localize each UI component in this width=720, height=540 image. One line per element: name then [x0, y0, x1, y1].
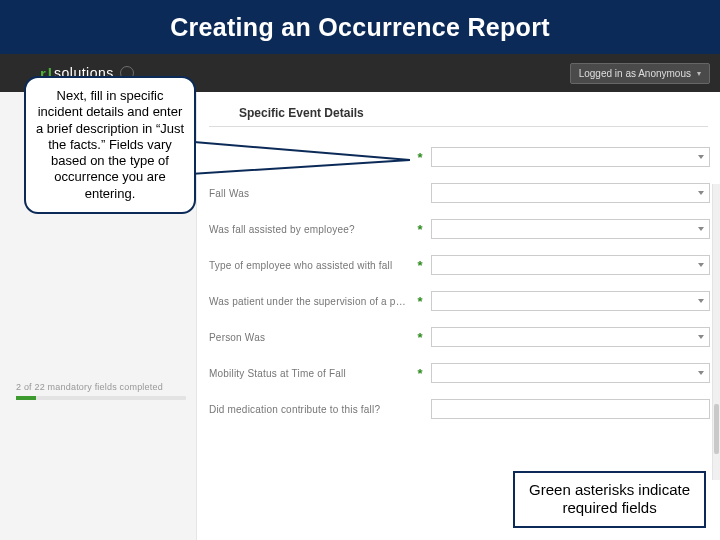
caption-box: Green asterisks indicate required fields — [513, 471, 706, 529]
required-asterisk: * — [415, 294, 425, 309]
caption-line-2: required fields — [529, 499, 690, 518]
field-label: Person Was — [209, 332, 409, 343]
slide: Creating an Occurrence Report r l soluti… — [0, 0, 720, 540]
progress-bar — [16, 396, 186, 400]
required-asterisk: * — [415, 366, 425, 381]
text-input[interactable] — [431, 399, 710, 419]
dropdown-input[interactable] — [431, 327, 710, 347]
mandatory-progress: 2 of 22 mandatory fields completed — [16, 382, 186, 400]
slide-title-bar: Creating an Occurrence Report — [0, 0, 720, 54]
field-label: Mobility Status at Time of Fall — [209, 368, 409, 379]
callout-text: Next, fill in specific incident details … — [36, 88, 184, 201]
svg-marker-0 — [170, 140, 410, 175]
required-asterisk: * — [415, 330, 425, 345]
scroll-thumb[interactable] — [714, 404, 719, 454]
divider — [209, 126, 708, 127]
dropdown-input[interactable] — [431, 147, 710, 167]
field-row: Person Was* — [209, 319, 720, 355]
vertical-scrollbar[interactable] — [712, 184, 720, 480]
login-text: Logged in as Anonymous — [579, 68, 691, 79]
dropdown-input[interactable] — [431, 219, 710, 239]
login-badge[interactable]: Logged in as Anonymous ▾ — [570, 63, 710, 84]
dropdown-input[interactable] — [431, 183, 710, 203]
field-row: Did medication contribute to this fall?* — [209, 391, 720, 427]
dropdown-input[interactable] — [431, 291, 710, 311]
instruction-callout: Next, fill in specific incident details … — [24, 76, 196, 214]
field-row: Was patient under the supervision of a p… — [209, 283, 720, 319]
dropdown-input[interactable] — [431, 363, 710, 383]
field-label: Type of employee who assisted with fall — [209, 260, 409, 271]
required-asterisk: * — [415, 222, 425, 237]
field-row: Was fall assisted by employee?* — [209, 211, 720, 247]
chevron-down-icon: ▾ — [697, 69, 701, 78]
dropdown-input[interactable] — [431, 255, 710, 275]
caption-line-1: Green asterisks indicate — [529, 481, 690, 500]
field-row: Mobility Status at Time of Fall* — [209, 355, 720, 391]
mandatory-text: 2 of 22 mandatory fields completed — [16, 382, 186, 392]
progress-fill — [16, 396, 36, 400]
field-label: Was fall assisted by employee? — [209, 224, 409, 235]
field-label: Did medication contribute to this fall? — [209, 404, 409, 415]
field-label: Was patient under the supervision of a p… — [209, 296, 409, 307]
field-row: Type of employee who assisted with fall* — [209, 247, 720, 283]
required-asterisk: * — [415, 150, 425, 165]
panel-title: Specific Event Details — [209, 106, 720, 120]
required-asterisk: * — [415, 258, 425, 273]
slide-title: Creating an Occurrence Report — [170, 13, 550, 42]
